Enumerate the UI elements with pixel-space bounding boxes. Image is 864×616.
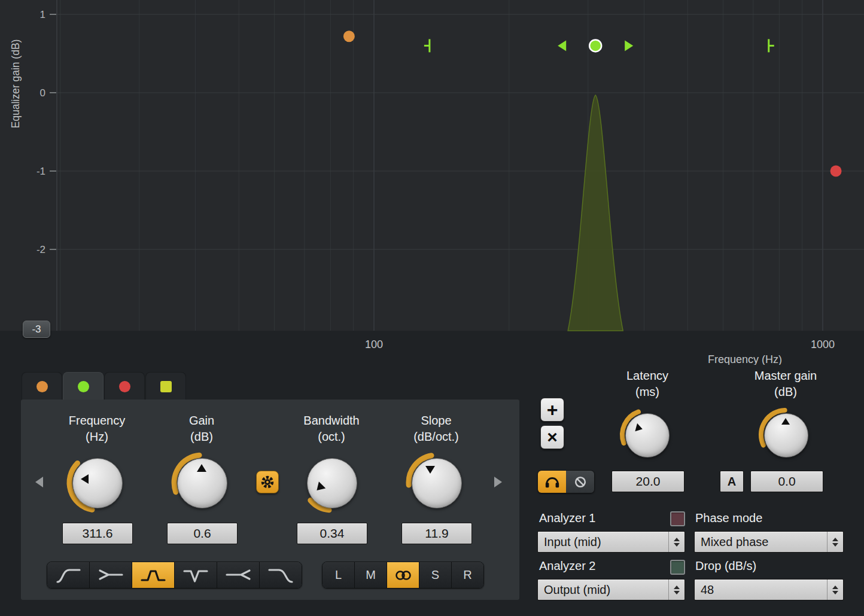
x-tick-label: 100 <box>365 339 383 350</box>
slope-knob[interactable] <box>412 458 462 508</box>
orange-filter-dot-handle[interactable] <box>343 31 355 42</box>
analyzer1-select[interactable]: Input (mid) <box>537 531 685 553</box>
master-gain-label: Master gain (dB) <box>741 368 830 400</box>
bandwidth-knob[interactable] <box>307 458 357 508</box>
slope-knob-pointer-icon <box>425 466 435 474</box>
notch-icon <box>182 566 209 585</box>
x-axis-title: Frequency (Hz) <box>708 353 782 365</box>
gain-knob-pointer-icon <box>197 464 206 472</box>
frequency-knob-pointer-icon <box>81 474 89 484</box>
frequency-value[interactable]: 311.6 <box>62 523 133 544</box>
bandwidth-value[interactable]: 0.34 <box>297 523 367 544</box>
analyzer2-select[interactable]: Output (mid) <box>537 579 685 600</box>
analyzer1-selected-value: Input (mid) <box>538 535 668 549</box>
loshelf-icon <box>98 566 124 585</box>
no-listen-button[interactable] <box>566 471 594 493</box>
red-filter-dot-handle[interactable] <box>830 166 842 177</box>
equalizer-plugin-window: 10-1-21001000 Equalizer gain (dB) Freque… <box>0 0 864 616</box>
filter-4-square-icon <box>160 381 172 392</box>
phase-mode-label: Phase mode <box>695 511 762 525</box>
headphone-button[interactable] <box>538 471 566 493</box>
spinner-arrows-icon[interactable] <box>668 532 684 552</box>
spinner-arrows-icon[interactable] <box>668 580 684 600</box>
drop-label: Drop (dB/s) <box>695 559 756 573</box>
latency-knob-pointer-icon <box>635 423 643 433</box>
latency-knob[interactable] <box>625 413 670 458</box>
headphone-icon <box>544 475 560 489</box>
latency-label: Latency (ms) <box>603 368 692 400</box>
y-tick-label: 0 <box>40 87 45 99</box>
phase-mode-selected-value: Mixed phase <box>695 535 827 549</box>
drop-select[interactable]: 48 <box>694 579 844 600</box>
master-gain-value[interactable]: 0.0 <box>750 471 823 492</box>
green-filter-dot-handle[interactable] <box>589 39 601 51</box>
master-gain-knob-pointer-icon <box>781 418 790 425</box>
frequency-knob[interactable] <box>72 458 123 508</box>
filter-edit-panel: Frequency (Hz) 311.6 Gain (dB) 0.6 <box>21 400 519 600</box>
x-tick-label: 1000 <box>811 339 835 350</box>
channel-mid-button[interactable]: M <box>355 562 387 588</box>
analyzer2-checkbox[interactable] <box>670 560 685 575</box>
add-filter-button[interactable]: + <box>540 398 564 422</box>
latency-value[interactable]: 20.0 <box>612 471 684 492</box>
filter-3-dot-icon <box>119 381 130 392</box>
slope-label: Slope (dB/oct.) <box>388 413 484 445</box>
tab-filter-1[interactable] <box>22 372 62 400</box>
master-gain-knob[interactable] <box>764 413 808 458</box>
gain-value[interactable]: 0.6 <box>167 523 238 544</box>
graph-background <box>0 0 864 331</box>
tab-filter-4[interactable] <box>145 372 186 400</box>
slope-value[interactable]: 11.9 <box>401 523 472 544</box>
filter-type-loshelf-button[interactable] <box>90 562 132 588</box>
channel-stereo-button[interactable] <box>387 562 419 588</box>
gain-label: Gain (dB) <box>154 413 250 445</box>
filter-2-dot-icon <box>78 381 89 392</box>
analyzer2-label: Analyzer 2 <box>539 559 596 573</box>
eq-graph-canvas: 10-1-21001000 Equalizer gain (dB) Freque… <box>0 0 864 365</box>
highpass-icon <box>55 566 81 585</box>
gain-knob[interactable] <box>177 458 227 508</box>
phase-mode-select[interactable]: Mixed phase <box>694 531 844 553</box>
filter-type-lowpass-button[interactable] <box>260 562 302 588</box>
listen-mode-group <box>537 470 595 493</box>
analyzer1-label: Analyzer 1 <box>539 511 596 525</box>
remove-filter-button[interactable]: × <box>540 425 564 449</box>
y-tick-label: 1 <box>40 9 45 20</box>
filter-type-notch-button[interactable] <box>175 562 217 588</box>
min-gain-badge[interactable]: -3 <box>23 321 50 338</box>
auto-gain-button[interactable]: A <box>720 471 744 492</box>
filter-1-dot-icon <box>36 381 48 392</box>
filter-type-highpass-button[interactable] <box>47 562 90 588</box>
bandwidth-label: Bandwidth (oct.) <box>284 413 379 445</box>
analyzer2-selected-value: Output (mid) <box>538 583 668 597</box>
next-filter-arrow[interactable] <box>494 477 502 487</box>
frequency-label: Frequency (Hz) <box>49 413 145 445</box>
channel-left-button[interactable]: L <box>323 562 355 588</box>
spinner-arrows-icon[interactable] <box>827 532 843 552</box>
prev-filter-arrow[interactable] <box>35 477 43 487</box>
filter-type-selector <box>47 562 302 588</box>
gear-icon <box>260 474 275 490</box>
tab-filter-2[interactable] <box>63 372 104 400</box>
filter-settings-button[interactable] <box>256 471 279 493</box>
channel-side-button[interactable]: S <box>419 562 452 588</box>
y-axis-title: Equalizer gain (dB) <box>10 39 22 129</box>
channel-selector: L M S R <box>322 562 484 588</box>
channel-right-button[interactable]: R <box>452 562 483 588</box>
drop-selected-value: 48 <box>695 583 827 597</box>
lowpass-icon <box>267 566 294 585</box>
spinner-arrows-icon[interactable] <box>827 580 843 600</box>
block-icon <box>574 475 587 489</box>
stereo-link-icon <box>394 569 412 581</box>
hishelf-icon <box>225 566 251 585</box>
y-tick-label: -2 <box>36 244 45 255</box>
bandwidth-knob-pointer-icon <box>314 481 326 494</box>
analyzer1-checkbox[interactable] <box>670 511 685 526</box>
filter-type-hishelf-button[interactable] <box>217 562 260 588</box>
y-tick-label: -1 <box>36 166 45 177</box>
bell-icon <box>140 566 166 585</box>
eq-graph[interactable]: 10-1-21001000 Equalizer gain (dB) Freque… <box>0 0 864 365</box>
tab-filter-3[interactable] <box>104 372 145 400</box>
filter-type-bell-button[interactable] <box>132 562 175 588</box>
